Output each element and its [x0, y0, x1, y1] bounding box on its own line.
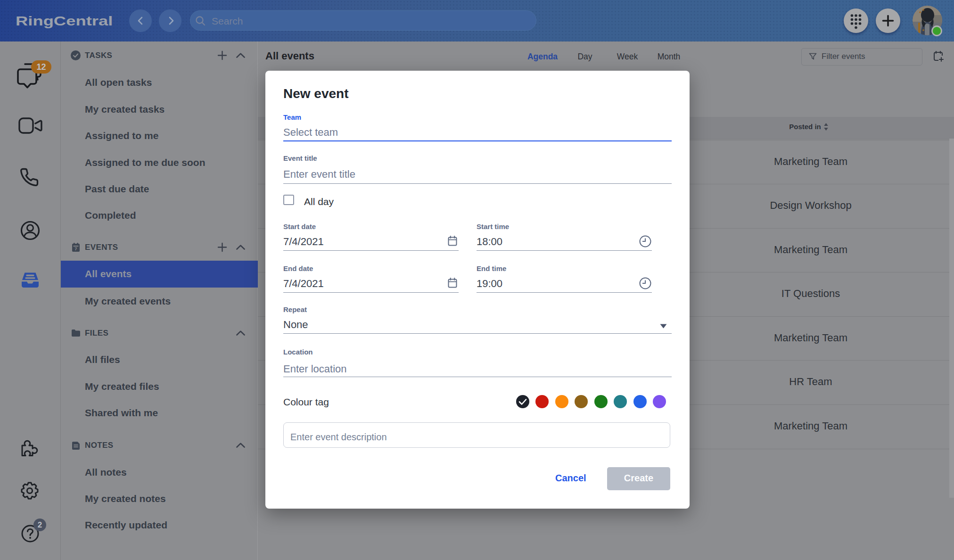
svg-text:7: 7: [74, 246, 77, 251]
